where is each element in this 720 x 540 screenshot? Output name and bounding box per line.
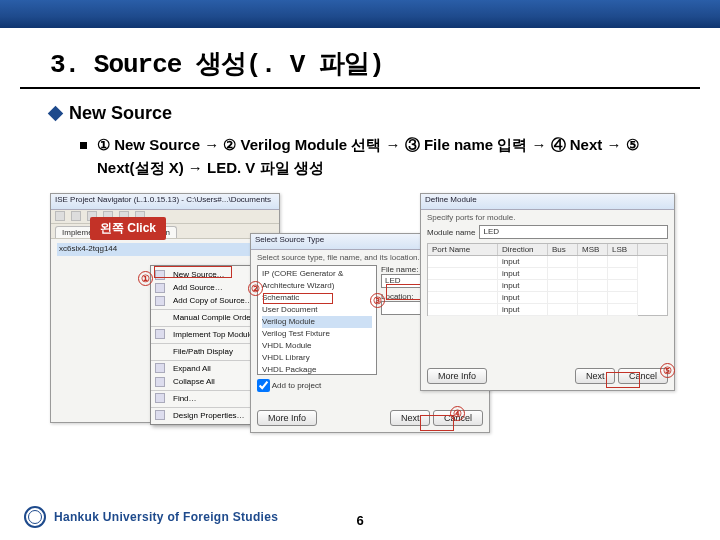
table-row[interactable]: input	[428, 280, 667, 292]
module-name-input[interactable]: LED	[479, 225, 668, 239]
section-heading: New Source	[50, 103, 680, 124]
menu-item-path-display[interactable]: File/Path Display	[151, 343, 261, 358]
marker-5: ⑤	[660, 363, 675, 378]
list-item[interactable]: VHDL Library	[262, 352, 372, 364]
section-heading-text: New Source	[69, 103, 172, 124]
slide-top-bar	[0, 0, 720, 28]
marker-3: ③	[370, 293, 385, 308]
menu-item-expand-all[interactable]: Expand All	[151, 360, 261, 375]
list-item-selected[interactable]: Verilog Module	[262, 316, 372, 328]
minus-icon	[155, 377, 165, 387]
wizard-define-module: Define Module Specify ports for module. …	[420, 193, 675, 391]
window-titlebar: ISE Project Navigator (L.1.0.15.13) - C:…	[51, 194, 279, 210]
menu-item-add-copy[interactable]: Add Copy of Source…	[151, 294, 261, 307]
menu-item-manual-compile[interactable]: Manual Compile Order	[151, 309, 261, 324]
search-icon	[155, 393, 165, 403]
add-to-project-label: Add to project	[272, 381, 321, 390]
table-row[interactable]: input	[428, 256, 667, 268]
menu-item-find[interactable]: Find…	[151, 390, 261, 405]
list-item[interactable]: Verilog Test Fixture	[262, 328, 372, 340]
marker-1: ①	[138, 271, 153, 286]
marker-2: ②	[248, 281, 263, 296]
table-row[interactable]: input	[428, 304, 667, 316]
university-name: Hankuk University of Foreign Studies	[54, 510, 278, 524]
page-number: 6	[356, 513, 363, 528]
module-name-label: Module name	[427, 228, 475, 237]
table-row[interactable]: input	[428, 292, 667, 304]
chip-icon	[155, 329, 165, 339]
list-item[interactable]: IP (CORE Generator & Architecture Wizard…	[262, 268, 372, 292]
step-list: ① New Source → ② Verilog Module 선택 → ③ F…	[80, 134, 680, 179]
tree-item[interactable]: xc6slx4-2tqg144	[57, 243, 273, 256]
ports-table[interactable]: input input input input input	[427, 256, 668, 316]
toolbar-icon	[71, 211, 81, 221]
more-info-button[interactable]: More Info	[257, 410, 317, 426]
square-bullet-icon	[80, 142, 87, 149]
menu-item-implement-top[interactable]: Implement Top Module	[151, 326, 261, 341]
file-icon	[155, 296, 165, 306]
highlight-box-1	[154, 266, 232, 278]
screenshot-area: ISE Project Navigator (L.1.0.15.13) - C:…	[50, 193, 680, 443]
gear-icon	[155, 410, 165, 420]
table-row[interactable]: input	[428, 268, 667, 280]
wizard-subtitle: Specify ports for module.	[421, 210, 674, 225]
file-icon	[155, 283, 165, 293]
more-info-button[interactable]: More Info	[427, 368, 487, 384]
highlight-box-4	[420, 415, 454, 431]
wizard-titlebar: Define Module	[421, 194, 674, 210]
list-item[interactable]: VHDL Module	[262, 340, 372, 352]
slide-title: 3. Source 생성(. V 파일)	[20, 28, 700, 89]
menu-item-properties[interactable]: Design Properties…	[151, 407, 261, 422]
add-to-project-checkbox[interactable]	[257, 379, 270, 392]
source-type-list[interactable]: IP (CORE Generator & Architecture Wizard…	[257, 265, 377, 375]
list-item[interactable]: User Document	[262, 304, 372, 316]
highlight-box-5	[606, 372, 640, 388]
context-menu: New Source… Add Source… Add Copy of Sour…	[150, 265, 262, 425]
ports-table-header: Port Name Direction Bus MSB LSB	[427, 243, 668, 256]
toolbar-icon	[55, 211, 65, 221]
highlight-box-2	[263, 293, 333, 304]
menu-item-collapse-all[interactable]: Collapse All	[151, 375, 261, 388]
menu-item-add-source[interactable]: Add Source…	[151, 281, 261, 294]
list-item[interactable]: VHDL Package	[262, 364, 372, 375]
step-text: ① New Source → ② Verilog Module 선택 → ③ F…	[97, 134, 680, 179]
plus-icon	[155, 363, 165, 373]
diamond-icon	[48, 106, 64, 122]
university-logo-icon	[24, 506, 46, 528]
callout-left-click: 왼쪽 Click	[90, 217, 166, 240]
hierarchy-tree: xc6slx4-2tqg144	[51, 239, 279, 260]
